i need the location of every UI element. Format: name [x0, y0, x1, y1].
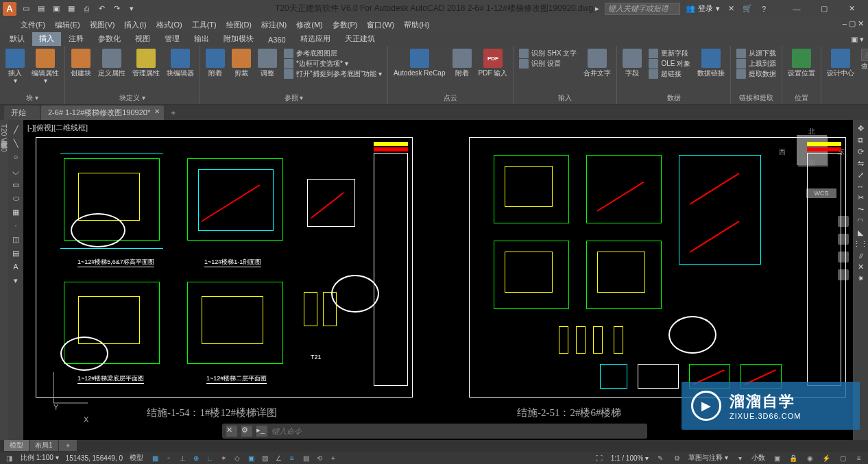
dyn-input-icon[interactable]: ⊕ [191, 453, 201, 463]
clean-screen-icon[interactable]: ▢ [838, 453, 847, 463]
circle-tool-icon[interactable]: ○ [10, 151, 21, 162]
undo-icon[interactable]: ↶ [96, 3, 107, 14]
text-tool-icon[interactable]: A [10, 261, 21, 272]
cmdline-config-icon[interactable]: ⚙ [241, 426, 252, 437]
extend-tool-icon[interactable]: ⤳ [858, 205, 864, 214]
new-icon[interactable]: ▭ [21, 3, 32, 14]
menu-draw[interactable]: 绘图(D) [226, 20, 252, 30]
close-tab-icon[interactable]: ✕ [154, 108, 160, 115]
saveas-icon[interactable]: ▦ [66, 3, 77, 14]
arc-tool-icon[interactable]: ◡ [10, 165, 21, 176]
hardware-accel-icon[interactable]: ⚡ [821, 453, 831, 463]
field-button[interactable]: 字段 [620, 47, 644, 78]
menu-view[interactable]: 视图(V) [90, 20, 115, 30]
anno-scale-icon[interactable]: ✎ [655, 453, 665, 463]
help-icon[interactable]: ? [758, 3, 769, 14]
menubar-collapse[interactable]: – ▢ ✕ [843, 19, 864, 28]
pdf-import-button[interactable]: PDFPDF 输入 [476, 47, 511, 78]
recap-button[interactable]: Autodesk ReCap [391, 47, 448, 78]
hyperlink-button[interactable]: 超链接 [649, 69, 690, 79]
erase-tool-icon[interactable]: ✕ [858, 262, 864, 271]
grid-toggle-icon[interactable]: ▦ [150, 453, 160, 463]
ribbon-tab-a360[interactable]: A360 [261, 34, 293, 46]
create-block-button[interactable]: 创建块 [68, 47, 94, 78]
ribbon-tab-manage[interactable]: 管理 [158, 32, 186, 46]
block-editor-button[interactable]: 块编辑器 [164, 47, 197, 78]
open-icon[interactable]: ▤ [36, 3, 47, 14]
recognize-shx-button[interactable]: 识别 SHX 文字 [519, 49, 577, 58]
recognize-settings-button[interactable]: 识别 设置 [519, 59, 577, 69]
iso-toggle-icon[interactable]: ◇ [232, 453, 242, 463]
rect-tool-icon[interactable]: ▭ [10, 179, 21, 190]
keyword-search[interactable]: 键入关键字或短语 [605, 3, 680, 15]
menu-file[interactable]: 文件(F) [21, 20, 45, 30]
trim-tool-icon[interactable]: ✂ [858, 193, 864, 202]
ribbon-tab-default[interactable]: 默认 [3, 32, 32, 46]
menu-insert[interactable]: 插入(I) [124, 20, 146, 30]
cmdline-close-icon[interactable]: ✕ [226, 426, 237, 437]
move-tool-icon[interactable]: ✥ [858, 124, 864, 133]
command-input[interactable] [272, 427, 643, 435]
define-attr-button[interactable]: 定义属性 [95, 47, 128, 78]
rotate-tool-icon[interactable]: ⟳ [858, 147, 864, 156]
insert-block-button[interactable]: 插入▾ [3, 47, 27, 86]
hatch-tool-icon[interactable]: ▦ [10, 206, 21, 217]
menu-modify[interactable]: 修改(M) [296, 20, 323, 30]
panel-block-title[interactable]: 块 ▾ [3, 93, 62, 103]
redo-icon[interactable]: ↷ [111, 3, 122, 14]
ribbon-tab-featured[interactable]: 精选应用 [293, 32, 337, 46]
app-logo[interactable]: A [3, 2, 16, 16]
print-icon[interactable]: ⎙ [81, 3, 92, 14]
merge-text-button[interactable]: 合并文字 [581, 47, 614, 78]
maximize-button[interactable]: ▢ [810, 1, 838, 16]
menu-help[interactable]: 帮助(H) [404, 20, 429, 30]
frames-vary-button[interactable]: *边框可变选项* ▾ [284, 59, 382, 69]
statusbar-left-icon[interactable]: ◨ [4, 453, 14, 463]
close-button[interactable]: ✕ [838, 1, 865, 16]
ribbon-tab-output[interactable]: 输出 [187, 32, 216, 46]
doc-tab-start[interactable]: 开始 [4, 106, 40, 120]
lwt-toggle-icon[interactable]: ≡ [287, 453, 297, 463]
layout-tab-1[interactable]: 布局1 [29, 440, 58, 451]
ribbon-tab-annotate[interactable]: 注释 [62, 32, 91, 46]
snap-underlay-button[interactable]: 打开"捕捉到参考底图"功能 ▾ [284, 69, 382, 79]
table-tool-icon[interactable]: ▤ [10, 247, 21, 258]
adjust-button[interactable]: 调整 [255, 47, 280, 78]
snap-toggle-icon[interactable]: ▫ [164, 453, 173, 463]
exchange-icon[interactable]: ✕ [725, 3, 736, 14]
ribbon-tab-tianzheng[interactable]: 天正建筑 [338, 32, 382, 46]
ortho-toggle-icon[interactable]: ∟ [205, 453, 215, 463]
region-tool-icon[interactable]: ◫ [10, 234, 21, 245]
favorites-icon[interactable]: 🛒 [742, 3, 753, 14]
ole-button[interactable]: OLE 对象 [649, 59, 690, 69]
ellipse-tool-icon[interactable]: ⬭ [10, 193, 21, 204]
datalink-button[interactable]: 数据链接 [695, 47, 727, 78]
infer-toggle-icon[interactable]: ⊥ [178, 453, 187, 463]
quickprops-icon[interactable]: ▣ [772, 453, 782, 463]
mirror-tool-icon[interactable]: ⇋ [858, 159, 864, 168]
more-tool-icon[interactable]: ▾ [10, 275, 21, 286]
login-area[interactable]: 👥 登录 ▾ [686, 3, 720, 14]
ribbon-tab-insert[interactable]: 插入 [32, 32, 61, 46]
ribbon-tab-param[interactable]: 参数化 [91, 32, 128, 46]
attach-button[interactable]: 附着 [203, 47, 228, 78]
panel-ref-title[interactable]: 参照 ▾ [203, 93, 385, 103]
design-center-button[interactable]: 设计中心 [824, 47, 857, 78]
anno-monitor-icon[interactable]: + [328, 453, 338, 463]
command-line[interactable]: ✕ ⚙ ▸_ [222, 424, 647, 439]
menu-dim[interactable]: 标注(N) [261, 20, 287, 30]
status-anno[interactable]: 草图与注释 ▾ [688, 453, 728, 463]
minimize-button[interactable]: — [783, 1, 810, 16]
pc-attach-button[interactable]: 附着 [450, 47, 474, 78]
update-field-button[interactable]: 更新字段 [649, 49, 690, 58]
status-space[interactable]: 模型 [130, 453, 143, 463]
layout-tab-model[interactable]: 模型 [4, 440, 29, 451]
3dsnap-toggle-icon[interactable]: ▨ [260, 453, 269, 463]
isolate-icon[interactable]: ◉ [805, 453, 815, 463]
cycling-icon[interactable]: ⟲ [315, 453, 324, 463]
layout-tab-add[interactable]: ＋ [59, 440, 77, 451]
chamfer-tool-icon[interactable]: ◣ [858, 228, 863, 237]
extract-data-button[interactable]: 提取数据 [736, 69, 776, 79]
array-tool-icon[interactable]: ⋮⋮ [853, 240, 868, 249]
set-location-button[interactable]: 设置位置 [785, 47, 818, 78]
